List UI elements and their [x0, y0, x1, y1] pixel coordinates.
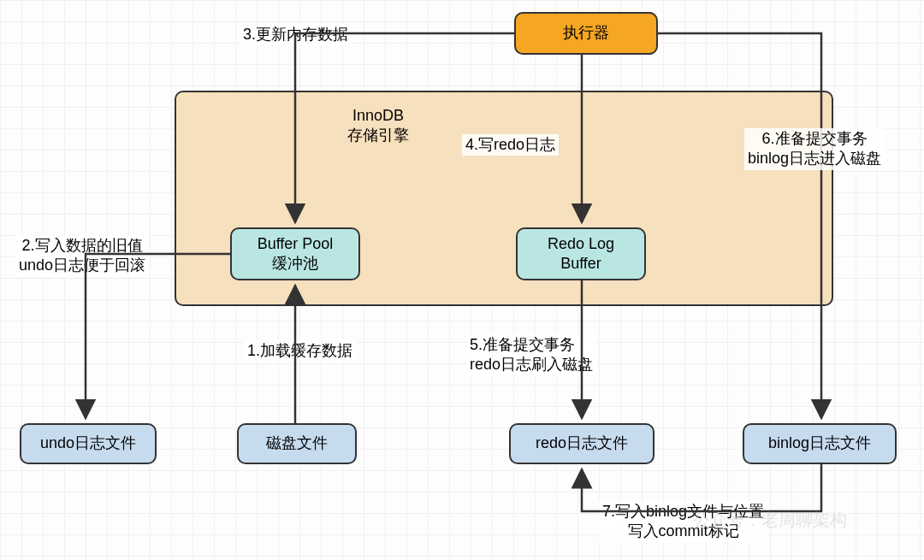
executor-text: 执行器	[563, 23, 609, 43]
buffer-pool-l2: 缓冲池	[272, 254, 318, 274]
binlog-file-text: binlog日志文件	[768, 433, 871, 453]
disk-file-box: 磁盘文件	[237, 423, 357, 464]
label-5: 5.准备提交事务 redo日志刷入磁盘	[466, 334, 596, 376]
redo-buffer-l2: Buffer	[560, 254, 601, 274]
executor-box: 执行器	[514, 12, 658, 55]
buffer-pool-box: Buffer Pool 缓冲池	[230, 227, 360, 280]
redo-file-box: redo日志文件	[509, 423, 654, 464]
innodb-line2: 存储引擎	[347, 127, 409, 144]
redo-buffer-l1: Redo Log	[548, 234, 614, 254]
watermark: 公众号：老周聊架构	[693, 509, 847, 532]
innodb-line1: InnoDB	[352, 107, 404, 124]
undo-file-box: undo日志文件	[20, 423, 157, 464]
binlog-file-box: binlog日志文件	[743, 423, 897, 464]
redo-file-text: redo日志文件	[536, 433, 628, 453]
label-1: 1.加载缓存数据	[244, 340, 356, 362]
label-6: 6.准备提交事务 binlog日志进入磁盘	[744, 128, 885, 170]
label-2: 2.写入数据的旧值 undo日志便于回滚	[15, 235, 149, 277]
buffer-pool-l1: Buffer Pool	[258, 234, 334, 254]
disk-file-text: 磁盘文件	[266, 433, 328, 453]
redo-buffer-box: Redo Log Buffer	[516, 227, 646, 280]
label-3: 3.更新内存数据	[240, 24, 352, 45]
undo-file-text: undo日志文件	[40, 433, 136, 453]
label-4: 4.写redo日志	[462, 134, 559, 156]
innodb-label: InnoDB 存储引擎	[342, 104, 414, 148]
